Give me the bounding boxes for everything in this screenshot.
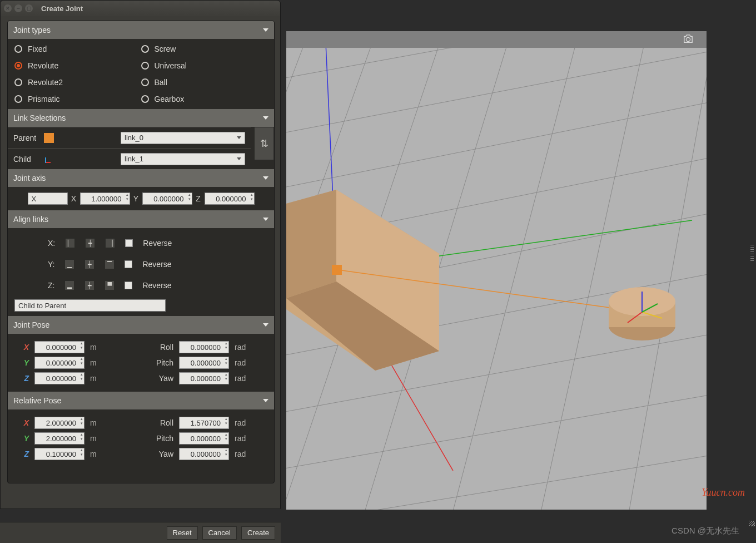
chevron-down-icon bbox=[263, 218, 268, 221]
rp-z-input[interactable]: 0.100000 bbox=[34, 448, 84, 460]
jp-pitch-input[interactable]: 0.000000 bbox=[179, 357, 229, 369]
svg-line-7 bbox=[286, 382, 707, 487]
jp-x-input[interactable]: 0.000000 bbox=[34, 341, 84, 353]
parent-color-swatch bbox=[44, 133, 54, 143]
align-y-max-icon[interactable]: ▔ bbox=[105, 259, 115, 269]
section-align-links[interactable]: Align links bbox=[8, 210, 274, 228]
create-button[interactable]: Create bbox=[241, 526, 275, 540]
radio-fixed[interactable]: Fixed bbox=[14, 45, 141, 53]
chevron-down-icon bbox=[263, 28, 268, 32]
rp-roll-input[interactable]: 1.570700 bbox=[179, 417, 229, 429]
align-direction-combo[interactable]: Child to Parent bbox=[14, 299, 166, 312]
titlebar[interactable]: ✕ – ▢ Create Joint bbox=[1, 1, 280, 16]
window-maximize-icon[interactable]: ▢ bbox=[25, 4, 33, 12]
reset-button[interactable]: Reset bbox=[167, 526, 198, 540]
chevron-down-icon bbox=[263, 116, 268, 120]
window-title: Create Joint bbox=[41, 4, 83, 13]
radio-prismatic[interactable]: Prismatic bbox=[14, 95, 141, 103]
section-link-selections[interactable]: Link Selections bbox=[8, 109, 274, 127]
align-z-max-icon[interactable]: ▀ bbox=[105, 280, 115, 290]
camera-icon[interactable] bbox=[681, 33, 695, 45]
svg-line-2 bbox=[286, 87, 707, 209]
align-x-min-icon[interactable]: ▏ bbox=[65, 238, 75, 248]
resize-grip-icon[interactable] bbox=[748, 520, 755, 526]
reverse-z-checkbox[interactable] bbox=[125, 282, 132, 289]
viewport-3d[interactable] bbox=[286, 31, 707, 510]
reverse-y-checkbox[interactable] bbox=[125, 260, 132, 268]
jp-y-input[interactable]: 0.000000 bbox=[34, 357, 84, 369]
radio-revolute2[interactable]: Revolute2 bbox=[14, 78, 141, 87]
jp-z-input[interactable]: 0.000000 bbox=[34, 372, 84, 384]
joint-types-body: Fixed Screw Revolute Universal Revolute2… bbox=[8, 39, 274, 109]
jp-yaw-input[interactable]: 0.000000 bbox=[179, 372, 229, 384]
align-y-row: Y: ▁ ┿ ▔ Reverse bbox=[14, 254, 267, 275]
chevron-down-icon bbox=[263, 176, 268, 180]
align-z-center-icon[interactable]: ┿ bbox=[84, 280, 94, 290]
axis-z-input[interactable]: 0.000000 bbox=[205, 192, 255, 205]
svg-point-33 bbox=[686, 37, 690, 41]
radio-screw[interactable]: Screw bbox=[141, 45, 268, 53]
viewport-toolbar bbox=[286, 31, 707, 48]
csdn-attribution: CSDN @无水先生 bbox=[672, 526, 739, 536]
align-z-min-icon[interactable]: ▂ bbox=[64, 280, 74, 290]
child-link-combo[interactable]: link_1 bbox=[121, 153, 245, 165]
joint-axis-body: X X 1.000000 Y 0.000000 Z 0.000000 bbox=[8, 187, 274, 210]
align-y-center-icon[interactable]: ┿ bbox=[84, 259, 94, 269]
chevron-down-icon bbox=[263, 323, 268, 327]
relative-pose-body: X2.000000mRoll1.570700rad Y2.000000mPitc… bbox=[8, 409, 274, 467]
window-minimize-icon[interactable]: – bbox=[14, 4, 22, 12]
child-axes-icon bbox=[44, 154, 54, 164]
reverse-x-checkbox[interactable] bbox=[125, 239, 133, 247]
align-x-center-icon[interactable]: ┿ bbox=[85, 238, 95, 248]
svg-line-14 bbox=[536, 31, 653, 510]
create-joint-panel: Joint types Fixed Screw Revolute Univers… bbox=[7, 21, 275, 483]
viewport-drag-handle[interactable] bbox=[750, 245, 754, 261]
align-x-max-icon[interactable]: ▕ bbox=[105, 238, 115, 248]
section-relative-pose[interactable]: Relative Pose bbox=[8, 392, 274, 409]
rp-y-input[interactable]: 2.000000 bbox=[34, 432, 84, 445]
svg-line-13 bbox=[447, 31, 586, 510]
svg-line-15 bbox=[625, 31, 707, 510]
jp-roll-input[interactable]: 0.000000 bbox=[179, 341, 229, 353]
watermark-text: Yuucn.com bbox=[702, 487, 745, 498]
radio-ball[interactable]: Ball bbox=[141, 78, 268, 87]
axis-x-input[interactable]: 1.000000 bbox=[80, 192, 130, 205]
align-x-row: X: ▏ ┿ ▕ Reverse bbox=[14, 233, 267, 254]
svg-marker-21 bbox=[286, 190, 336, 298]
rp-pitch-input[interactable]: 0.000000 bbox=[179, 432, 229, 445]
swap-links-button[interactable]: ⇅ bbox=[254, 127, 274, 160]
axis-y-input[interactable]: 0.000000 bbox=[142, 192, 192, 205]
parent-row: Parent link_0 bbox=[8, 127, 251, 148]
link-selection-body: Parent link_0 Child link_1 ⇅ bbox=[8, 127, 274, 169]
svg-line-8 bbox=[286, 443, 707, 510]
create-joint-window: ✕ – ▢ Create Joint Joint types Fixed Scr… bbox=[0, 0, 281, 509]
radio-revolute[interactable]: Revolute bbox=[14, 61, 141, 70]
section-joint-axis[interactable]: Joint axis bbox=[8, 169, 274, 187]
rp-yaw-input[interactable]: 0.000000 bbox=[179, 448, 229, 460]
align-body: X: ▏ ┿ ▕ Reverse Y: ▁ ┿ ▔ Reverse Z: ▂ ┿… bbox=[8, 228, 274, 316]
radio-universal[interactable]: Universal bbox=[141, 61, 268, 70]
axis-select[interactable]: X bbox=[28, 192, 68, 205]
cancel-button[interactable]: Cancel bbox=[202, 526, 237, 540]
dialog-footer: Reset Cancel Create bbox=[0, 522, 281, 543]
svg-rect-24 bbox=[332, 265, 342, 275]
radio-gearbox[interactable]: Gearbox bbox=[141, 95, 268, 103]
section-joint-pose[interactable]: Joint Pose bbox=[8, 316, 274, 334]
joint-pose-body: X0.000000mRoll0.000000rad Y0.000000mPitc… bbox=[8, 334, 274, 392]
rp-x-input[interactable]: 2.000000 bbox=[34, 417, 84, 429]
child-row: Child link_1 bbox=[8, 148, 251, 169]
section-label: Joint types bbox=[13, 26, 51, 34]
window-close-icon[interactable]: ✕ bbox=[4, 4, 12, 12]
svg-line-1 bbox=[286, 37, 707, 154]
section-joint-types[interactable]: Joint types bbox=[8, 21, 274, 39]
parent-link-combo[interactable]: link_0 bbox=[121, 132, 245, 144]
chevron-down-icon bbox=[263, 399, 268, 402]
align-y-min-icon[interactable]: ▁ bbox=[64, 259, 74, 269]
align-z-row: Z: ▂ ┿ ▀ Reverse bbox=[14, 275, 267, 296]
